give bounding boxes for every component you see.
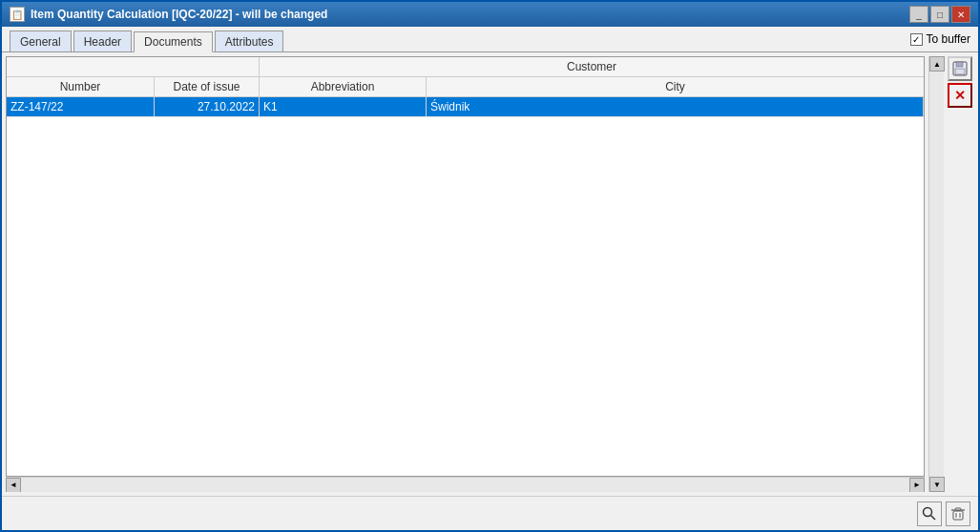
title-bar-left: 📋 Item Quantity Calculation [IQC-20/22] … [10,7,327,22]
tab-general[interactable]: General [10,31,72,51]
to-buffer-checkbox[interactable]: ✓ [910,33,923,46]
right-buttons: ✕ [948,56,974,492]
scroll-left-button[interactable]: ◄ [6,478,21,493]
delete-icon: ✕ [954,88,966,103]
window-title: Item Quantity Calculation [IQC-20/22] - … [31,8,327,21]
svg-rect-1 [956,62,963,67]
to-buffer-container: ✓ To buffer [910,32,970,46]
title-bar: 📋 Item Quantity Calculation [IQC-20/22] … [2,2,978,27]
cell-city: Świdnik [427,97,924,116]
trash-icon [950,506,966,522]
tab-attributes[interactable]: Attributes [215,31,284,51]
header-customer: Customer [260,57,924,76]
header-date: Date of issue [155,77,260,96]
vertical-scrollbar: ▲ ▼ [928,56,944,492]
scroll-up-button[interactable]: ▲ [929,56,945,72]
header-row-1: Customer [7,57,924,77]
table-body: ZZ-147/22 27.10.2022 K1 Świdnik [7,97,924,476]
header-city: City [427,77,924,96]
documents-table: Customer Number Date of issue Abbreviati… [6,56,925,477]
tab-documents[interactable]: Documents [134,31,213,52]
trash-button[interactable] [946,501,970,526]
tab-header[interactable]: Header [73,31,132,51]
save-button[interactable] [948,56,972,81]
content-area: Customer Number Date of issue Abbreviati… [2,52,978,496]
close-button[interactable]: ✕ [951,6,970,23]
search-button[interactable] [917,501,942,526]
svg-rect-2 [955,69,965,74]
scroll-track-horizontal[interactable] [21,478,909,493]
title-buttons: _ □ ✕ [909,6,970,23]
cell-number: ZZ-147/22 [7,97,155,116]
main-content: Customer Number Date of issue Abbreviati… [6,56,925,492]
table-row[interactable]: ZZ-147/22 27.10.2022 K1 Świdnik [7,97,924,117]
save-icon [952,61,968,76]
header-abbreviation: Abbreviation [260,77,427,96]
horizontal-scrollbar: ◄ ► [6,477,925,492]
cell-date: 27.10.2022 [155,97,260,116]
cell-abbreviation: K1 [260,97,427,116]
svg-rect-7 [955,508,961,510]
svg-line-4 [931,515,936,520]
scroll-right-button[interactable]: ► [909,478,925,493]
bottom-bar [2,496,978,530]
maximize-button[interactable]: □ [930,6,949,23]
header-number-date [7,57,260,76]
svg-point-3 [924,507,932,516]
window-icon: 📋 [10,7,25,22]
to-buffer-label: To buffer [927,32,970,46]
header-number: Number [7,77,155,96]
delete-button[interactable]: ✕ [948,83,972,108]
svg-rect-5 [953,511,963,520]
minimize-button[interactable]: _ [909,6,928,23]
tab-bar: General Header Documents Attributes ✓ To… [2,27,978,52]
search-icon [922,506,937,522]
table-header: Customer Number Date of issue Abbreviati… [7,57,924,97]
header-row-2: Number Date of issue Abbreviation City [7,77,924,96]
scroll-track-vertical[interactable] [929,72,944,477]
scroll-down-button[interactable]: ▼ [929,477,945,492]
